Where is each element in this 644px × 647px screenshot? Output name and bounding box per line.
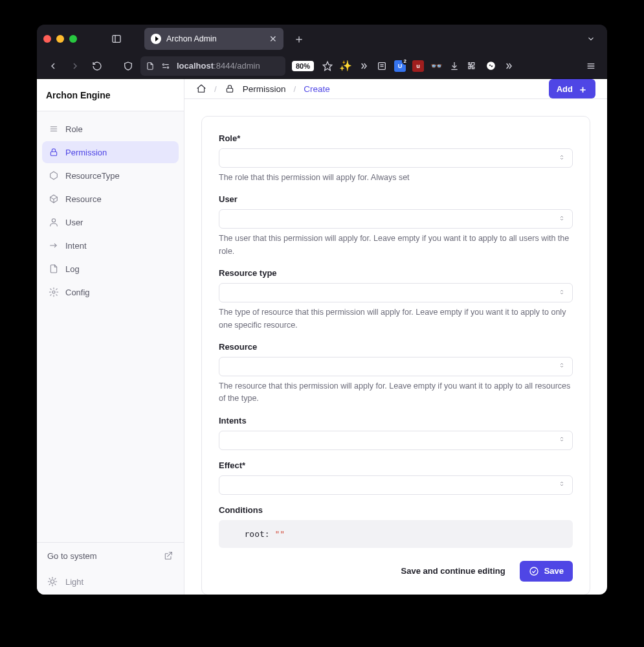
overflow-chevrons-icon-2[interactable] [500, 58, 517, 74]
extension-ublock-blue-icon[interactable]: U2 [392, 58, 408, 74]
breadcrumb-current: Create [304, 84, 330, 94]
svg-marker-19 [50, 172, 58, 179]
sidebar-item-label: Permission [65, 148, 107, 157]
tabs-dropdown-icon[interactable] [581, 29, 601, 49]
form-field-conditions: Conditions root: "" [219, 505, 573, 548]
save-continue-button[interactable]: Save and continue editing [397, 565, 509, 576]
field-help: The user that this permission will apply… [219, 233, 573, 258]
sun-icon [47, 576, 58, 587]
lock-icon [225, 84, 235, 94]
svg-point-35 [530, 567, 538, 575]
reader-icon[interactable] [373, 58, 390, 74]
permissions-icon [161, 62, 170, 71]
select-caret-icon [558, 435, 566, 445]
user-select[interactable] [219, 209, 573, 229]
extension-circle-icon[interactable] [482, 58, 499, 74]
svg-line-30 [49, 578, 50, 579]
select-caret-icon [558, 480, 566, 490]
svg-line-31 [55, 584, 56, 585]
maximize-window[interactable] [69, 35, 77, 43]
forward-button[interactable] [65, 56, 85, 76]
back-button[interactable] [43, 56, 63, 76]
extensions-icon[interactable] [464, 58, 481, 74]
sidebar-toggle-icon[interactable] [107, 29, 126, 49]
go-to-system-link[interactable]: Go to system [37, 543, 184, 569]
tab-favicon [151, 34, 161, 44]
sidebar-item-label: Intent [65, 241, 87, 251]
user-icon [49, 217, 59, 227]
close-tab-icon[interactable]: ✕ [269, 34, 277, 43]
sidebar-item-label: Resource [65, 194, 102, 204]
titlebar: Archon Admin ✕ ＋ [37, 25, 607, 53]
save-button-label: Save [544, 566, 564, 576]
add-button[interactable]: Add ＋ [549, 79, 595, 98]
sidebar-item-intent[interactable]: Intent [42, 234, 179, 256]
url-bar[interactable]: localhost:8444/admin [140, 56, 285, 76]
resource-select[interactable] [219, 357, 573, 376]
intents-select[interactable] [219, 431, 573, 450]
hex-icon [49, 170, 59, 181]
theme-toggle[interactable]: Light [37, 569, 184, 595]
home-icon[interactable] [196, 84, 206, 94]
svg-line-33 [55, 578, 56, 579]
form-card: Role*The role that this permission will … [201, 116, 590, 595]
breadcrumb-sep: / [294, 84, 296, 94]
conditions-code[interactable]: root: "" [219, 520, 573, 548]
sidebar-item-label: Log [65, 264, 80, 274]
add-button-label: Add [557, 84, 573, 94]
sidebar-item-log[interactable]: Log [42, 258, 179, 280]
extension-sparkle-icon[interactable]: ✨ [337, 58, 354, 74]
sidebar-item-permission[interactable]: Permission [42, 141, 179, 163]
resource_type-select[interactable] [219, 283, 573, 302]
gear-icon [49, 287, 59, 297]
field-label: Conditions [219, 505, 573, 515]
field-label: Resource [219, 342, 573, 352]
reload-button[interactable] [87, 56, 107, 76]
app-menu-icon[interactable] [581, 56, 601, 76]
breadcrumb-sep: / [214, 84, 217, 94]
sidebar-item-resourcetype[interactable]: ResourceType [42, 165, 179, 187]
save-button[interactable]: Save [520, 561, 573, 582]
sidebar-item-label: User [65, 218, 83, 227]
form-actions: Save and continue editing Save [219, 561, 573, 582]
downloads-icon[interactable] [446, 58, 463, 74]
url-text: localhost:8444/admin [177, 61, 260, 71]
field-help: The resource that this permission will a… [219, 380, 573, 405]
app-content: Archon Engine RolePermissionResourceType… [37, 79, 607, 595]
close-window[interactable] [43, 35, 51, 43]
breadcrumb-section[interactable]: Permission [243, 84, 286, 94]
bookmark-star-icon[interactable] [319, 58, 336, 74]
sidebar-item-label: ResourceType [65, 171, 120, 181]
sidebar-item-resource[interactable]: Resource [42, 188, 179, 210]
new-tab-button[interactable]: ＋ [290, 30, 308, 48]
select-caret-icon [558, 214, 566, 224]
form-field-user: UserThe user that this permission will a… [219, 194, 573, 258]
browser-tab[interactable]: Archon Admin ✕ [144, 28, 283, 50]
check-circle-icon [529, 566, 539, 576]
extension-glasses-icon[interactable]: 👓 [428, 58, 445, 74]
tab-strip: Archon Admin ✕ ＋ [144, 28, 601, 50]
svg-marker-6 [323, 62, 331, 70]
minimize-window[interactable] [56, 35, 64, 43]
effect-select[interactable] [219, 475, 573, 495]
svg-line-32 [49, 584, 50, 585]
svg-rect-18 [50, 152, 56, 155]
field-help: The type of resource that this permissio… [219, 306, 573, 332]
overflow-chevrons-icon[interactable] [355, 58, 372, 74]
shield-icon[interactable] [118, 56, 138, 76]
zoom-level-pill[interactable]: 80% [292, 61, 314, 71]
sidebar-item-user[interactable]: User [42, 211, 179, 233]
role-select[interactable] [219, 148, 573, 168]
theme-label: Light [65, 577, 83, 587]
sidebar: Archon Engine RolePermissionResourceType… [37, 79, 184, 595]
form-field-role: Role*The role that this permission will … [219, 133, 573, 184]
app-brand: Archon Engine [37, 79, 184, 111]
form-field-intents: Intents [219, 416, 573, 450]
sidebar-item-role[interactable]: Role [42, 118, 179, 140]
form-field-resource_type: Resource typeThe type of resource that t… [219, 268, 573, 332]
rows-icon [49, 124, 59, 134]
sidebar-item-config[interactable]: Config [42, 281, 179, 303]
extension-ublock-red-icon[interactable]: u [410, 58, 427, 74]
select-caret-icon [558, 361, 566, 371]
breadcrumb: / Permission / Create [196, 84, 330, 94]
